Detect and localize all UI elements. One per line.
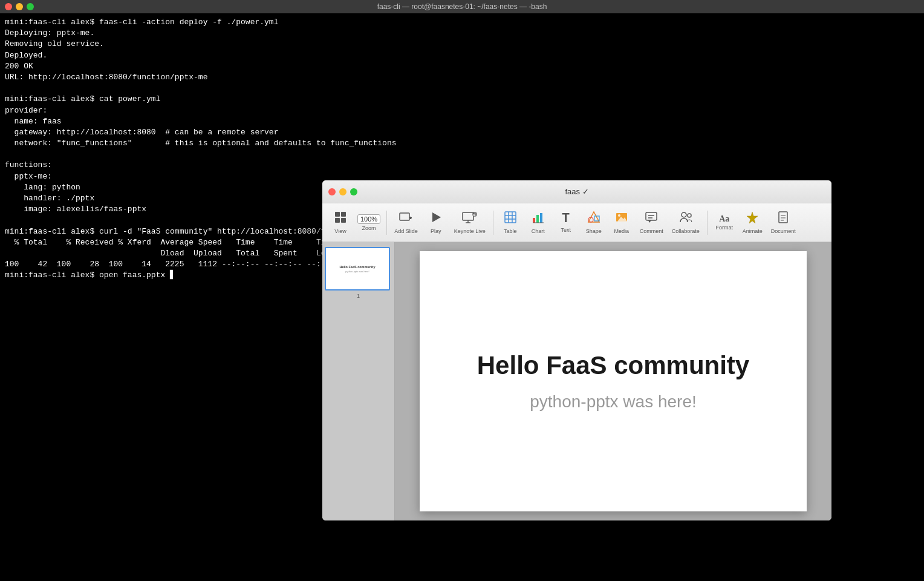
svg-rect-20 xyxy=(540,213,542,223)
keynote-window: faas ✓ View 100% Zoom xyxy=(322,180,831,520)
view-icon xyxy=(334,211,347,227)
toolbar-table-label: Table xyxy=(504,228,517,234)
slide-thumbnail-container[interactable]: Hello FaaS community python-pptx was her… xyxy=(325,247,392,290)
toolbar-divider-3 xyxy=(707,211,708,235)
slide-canvas-area[interactable]: Hello FaaS community python-pptx was her… xyxy=(395,242,831,520)
toolbar-keynote-live[interactable]: ▶ Keynote Live xyxy=(451,208,489,237)
svg-rect-4 xyxy=(400,213,409,220)
toolbar-format-label: Format xyxy=(716,225,734,231)
play-icon xyxy=(429,211,443,227)
slides-panel[interactable]: Hello FaaS community python-pptx was her… xyxy=(322,242,395,520)
toolbar-document[interactable]: Document xyxy=(767,208,799,237)
slide-thumb-content: Hello FaaS community python-pptx was her… xyxy=(337,263,378,275)
svg-marker-29 xyxy=(648,220,651,223)
svg-rect-0 xyxy=(335,212,340,217)
svg-rect-13 xyxy=(505,212,516,223)
format-icon: Aa xyxy=(719,215,729,223)
shape-icon xyxy=(587,211,600,227)
toolbar-text[interactable]: T Text xyxy=(553,210,579,235)
close-button[interactable] xyxy=(5,3,12,10)
chart-icon xyxy=(532,211,545,227)
svg-marker-34 xyxy=(747,212,758,223)
comment-icon xyxy=(645,211,658,227)
slide-number: 1 xyxy=(357,293,360,299)
document-icon xyxy=(776,211,790,227)
keynote-close-button[interactable] xyxy=(328,188,336,195)
toolbar-shape[interactable]: Shape xyxy=(581,208,607,237)
toolbar-table[interactable]: Table xyxy=(497,208,524,237)
toolbar-shape-label: Shape xyxy=(586,228,602,234)
slide-canvas[interactable]: Hello FaaS community python-pptx was her… xyxy=(420,251,807,511)
terminal-title: faas-cli — root@faasnetes-01: ~/faas-net… xyxy=(377,2,547,11)
keynote-main-content: Hello FaaS community python-pptx was her… xyxy=(322,242,831,520)
svg-rect-1 xyxy=(341,212,346,217)
svg-rect-3 xyxy=(341,218,346,223)
keynote-window-title: faas ✓ xyxy=(322,187,831,196)
svg-point-32 xyxy=(682,212,686,217)
toolbar-comment[interactable]: Comment xyxy=(636,208,667,237)
collaborate-icon xyxy=(679,211,692,227)
animate-icon xyxy=(746,211,759,227)
terminal-traffic-lights[interactable] xyxy=(5,3,34,10)
toolbar-zoom[interactable]: 100% Zoom xyxy=(355,212,383,234)
media-icon xyxy=(615,211,628,227)
zoom-value[interactable]: 100% xyxy=(357,214,380,224)
toolbar-keynote-live-label: Keynote Live xyxy=(454,228,486,234)
toolbar-zoom-label: Zoom xyxy=(362,225,376,231)
svg-point-33 xyxy=(688,214,691,217)
maximize-button[interactable] xyxy=(27,3,34,10)
toolbar-animate-label: Animate xyxy=(743,228,763,234)
toolbar-chart[interactable]: Chart xyxy=(525,208,551,237)
toolbar-text-label: Text xyxy=(561,227,571,233)
terminal-title-bar: faas-cli — root@faasnetes-01: ~/faas-net… xyxy=(0,0,924,13)
svg-marker-7 xyxy=(432,212,441,222)
toolbar-format[interactable]: Aa Format xyxy=(711,212,738,233)
slide-thumbnail-1[interactable]: Hello FaaS community python-pptx was her… xyxy=(325,247,390,290)
toolbar-divider-1 xyxy=(386,211,387,235)
keynote-maximize-button[interactable] xyxy=(350,188,357,195)
toolbar-media[interactable]: Media xyxy=(608,208,635,237)
text-icon: T xyxy=(562,212,570,226)
minimize-button[interactable] xyxy=(16,3,23,10)
keynote-minimize-button[interactable] xyxy=(339,188,346,195)
toolbar-comment-label: Comment xyxy=(640,228,663,234)
toolbar-add-slide[interactable]: Add Slide xyxy=(391,208,421,237)
keynote-toolbar: View 100% Zoom Add Slide xyxy=(322,203,831,242)
svg-rect-35 xyxy=(779,212,787,223)
svg-rect-19 xyxy=(536,215,539,223)
toolbar-animate[interactable]: Animate xyxy=(739,208,766,237)
table-icon xyxy=(504,211,517,227)
slide-thumb-title: Hello FaaS community xyxy=(340,265,376,269)
keynote-traffic-lights[interactable] xyxy=(328,188,357,195)
toolbar-document-label: Document xyxy=(771,228,796,234)
keynote-title-bar: faas ✓ xyxy=(322,180,831,203)
toolbar-media-label: Media xyxy=(614,228,629,234)
svg-point-26 xyxy=(618,214,620,217)
slide-main-title: Hello FaaS community xyxy=(477,351,749,380)
svg-rect-28 xyxy=(646,212,657,220)
toolbar-collaborate-label: Collaborate xyxy=(672,228,700,234)
keynote-live-icon: ▶ xyxy=(461,211,478,227)
toolbar-add-slide-label: Add Slide xyxy=(394,228,418,234)
toolbar-view-label: View xyxy=(334,228,346,234)
svg-rect-8 xyxy=(463,212,473,220)
slide-thumb-sub: python-pptx was here! xyxy=(340,270,376,273)
toolbar-view[interactable]: View xyxy=(327,208,354,237)
slide-subtitle: python-pptx was here! xyxy=(530,392,697,412)
svg-rect-2 xyxy=(335,218,340,223)
toolbar-collaborate[interactable]: Collaborate xyxy=(668,208,703,237)
svg-text:▶: ▶ xyxy=(473,213,476,217)
svg-rect-18 xyxy=(533,218,535,223)
toolbar-chart-label: Chart xyxy=(532,228,545,234)
toolbar-play[interactable]: Play xyxy=(423,208,449,237)
add-slide-icon xyxy=(399,211,413,227)
toolbar-divider-2 xyxy=(493,211,493,235)
toolbar-play-label: Play xyxy=(431,228,441,234)
